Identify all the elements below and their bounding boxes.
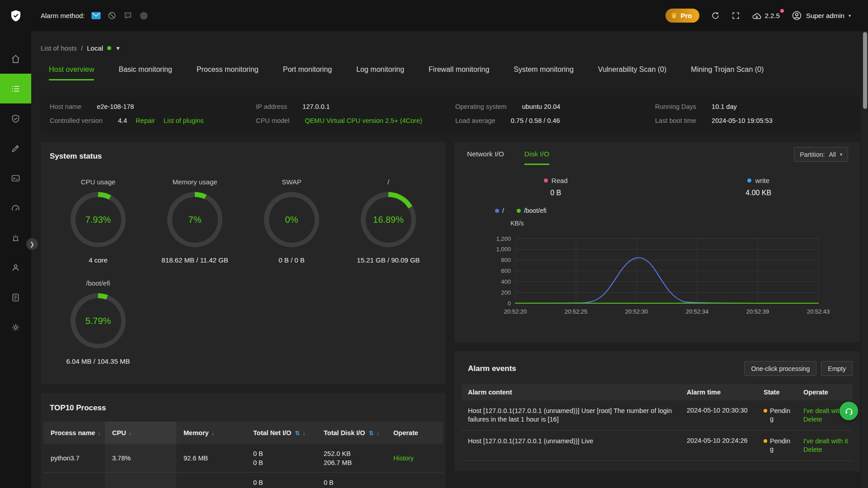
tab-network-io[interactable]: Network I/O [467, 150, 504, 165]
cpu-usage-gauge: CPU usage 7.93% 4 core [50, 178, 146, 264]
col-total-net-io[interactable]: Total Net I/O⇅↓ [246, 429, 316, 436]
sidebar-item-alarm[interactable] [0, 223, 31, 253]
host-online-dot [107, 46, 111, 50]
scrollbar-track[interactable] [862, 31, 868, 488]
scrollbar-thumb[interactable] [863, 32, 867, 109]
alarm-channel-email-icon[interactable] [91, 10, 102, 21]
empty-button[interactable]: Empty [821, 361, 853, 376]
legend-read[interactable]: Read [544, 177, 568, 184]
repair-link[interactable]: Repair [136, 117, 155, 124]
gauge-percent: 7.93% [85, 215, 111, 225]
tab-basic-monitoring[interactable]: Basic monitoring [118, 66, 172, 80]
gauge-label: /boot/efi [86, 279, 110, 287]
tab-port-monitoring[interactable]: Port monitoring [283, 66, 332, 80]
update-version-button[interactable]: 2.2.5 [752, 12, 780, 20]
refresh-icon [711, 11, 720, 20]
sidebar-item-logs[interactable] [0, 282, 31, 312]
swap-gauge: SWAP 0% 0 B / 0 B [243, 178, 340, 264]
dealt-with-link[interactable]: I've dealt with it [803, 437, 853, 446]
delete-link[interactable]: Delete [803, 446, 853, 454]
toggle-rate-icon[interactable]: ⇅ [295, 430, 300, 436]
alarm-channel-wechat-icon[interactable] [138, 10, 149, 21]
col-total-disk-io[interactable]: Total Disk I/O⇅↓ [316, 429, 386, 436]
breadcrumb-hosts-link[interactable]: List of hosts [41, 44, 77, 52]
alarm-table: Alarm content Alarm time State Operate H… [462, 384, 853, 461]
host-switch-chevron-icon[interactable]: ▼ [115, 45, 121, 52]
home-icon [11, 54, 20, 64]
gauge-label: SWAP [282, 178, 302, 186]
fullscreen-button[interactable] [731, 11, 740, 20]
sort-icon[interactable]: ↓ [377, 430, 380, 436]
breadcrumb-separator: / [81, 44, 83, 52]
col-operate: Operate [797, 389, 853, 396]
breadcrumb-current-host[interactable]: Local [87, 44, 103, 52]
process-memory: 92.6 MB [176, 455, 246, 462]
gauge-label: CPU usage [81, 178, 116, 186]
tab-log-monitoring[interactable]: Log monitoring [356, 66, 404, 80]
sidebar-item-edit[interactable] [0, 133, 31, 163]
tab-host-overview[interactable]: Host overview [49, 66, 94, 80]
tab-vulnerability-scan[interactable]: Vulnerability Scan (0) [598, 66, 666, 80]
sort-icon[interactable]: ↓ [98, 430, 101, 436]
pro-label: Pro [681, 12, 692, 19]
sidebar-expand-button[interactable]: ❯ [26, 238, 38, 250]
shield-icon [11, 114, 20, 123]
alarm-row: Host [127.0.0.1(127.0.0.1 (unnamed))] Us… [462, 400, 853, 431]
toggle-rate-icon[interactable]: ⇅ [369, 430, 374, 436]
tab-mining-trojan-scan[interactable]: Mining Trojan Scan (0) [691, 66, 764, 80]
col-cpu[interactable]: CPU↓ [105, 422, 176, 444]
top-process-card: TOP10 Process Process name↓ CPU↓ Memory↓… [41, 393, 446, 488]
read-dot-icon [544, 178, 548, 183]
alarm-time: 2024-05-10 20:24:26 [680, 437, 757, 454]
pencil-icon [11, 144, 20, 153]
partition-value: All [829, 151, 836, 158]
sidebar-nav [0, 44, 31, 342]
alarm-channel-blocked-icon[interactable] [107, 10, 118, 21]
sidebar-item-account[interactable] [0, 253, 31, 282]
system-status-title: System status [50, 152, 437, 161]
root-partition-gauge: / 16.89% 15.21 GB / 90.09 GB [340, 178, 437, 264]
alarm-table-header: Alarm content Alarm time State Operate [462, 384, 853, 400]
sidebar-item-security[interactable] [0, 103, 31, 133]
sidebar-item-settings[interactable] [0, 312, 31, 342]
tab-firewall-monitoring[interactable]: Firewall monitoring [429, 66, 489, 80]
topbar: Alarm method: ♛ Pro [31, 0, 868, 31]
svg-text:1,200: 1,200 [496, 235, 511, 242]
user-menu[interactable]: Super admin ▾ [792, 10, 851, 21]
history-link[interactable]: History [393, 455, 414, 462]
svg-text:20:52:20: 20:52:20 [504, 308, 527, 315]
gauge-percent: 5.79% [85, 316, 111, 326]
alarm-content: Host [127.0.0.1(127.0.0.1 (unnamed))] Us… [462, 407, 680, 424]
alarm-state: Pending [757, 437, 797, 454]
alarm-channel-message-icon[interactable] [123, 10, 133, 21]
tab-system-monitoring[interactable]: System monitoring [514, 66, 574, 80]
tab-disk-io[interactable]: Disk I/O [524, 150, 549, 165]
legend-root-partition[interactable]: / [495, 207, 504, 214]
sort-icon[interactable]: ↓ [302, 430, 306, 436]
plugins-list-link[interactable]: List of plugins [164, 117, 204, 124]
main-content: List of hosts / Local ▼ Host overview Ba… [31, 31, 868, 488]
sidebar-item-terminal[interactable] [0, 163, 31, 193]
sidebar-item-home[interactable] [0, 44, 31, 74]
process-net-io: 0 B0 B [246, 449, 316, 467]
refresh-button[interactable] [711, 11, 720, 20]
sort-icon[interactable]: ↓ [129, 429, 132, 436]
sort-icon[interactable]: ↓ [212, 430, 215, 436]
alarm-method-label: Alarm method: [41, 12, 85, 19]
tab-process-monitoring[interactable]: Process monitoring [197, 66, 259, 80]
legend-write[interactable]: write [747, 177, 769, 184]
legend-boot-efi-partition[interactable]: /boot/efi [517, 207, 547, 214]
gauge-detail: 0 B / 0 B [278, 256, 305, 264]
pending-dot-icon [764, 439, 767, 443]
sidebar-item-monitor[interactable] [0, 193, 31, 223]
col-process-name[interactable]: Process name↓ [43, 429, 105, 436]
y-axis-unit: KB/s [510, 220, 860, 227]
pro-badge[interactable]: ♛ Pro [665, 9, 699, 23]
avatar-icon [792, 10, 802, 21]
col-memory[interactable]: Memory↓ [176, 429, 246, 436]
partition-select[interactable]: Partition: All ▾ [794, 147, 848, 162]
alarm-events-title: Alarm events [468, 364, 516, 373]
sidebar-item-host-list[interactable] [0, 74, 31, 103]
support-button[interactable] [840, 402, 858, 420]
one-click-processing-button[interactable]: One-click processing [744, 361, 816, 376]
